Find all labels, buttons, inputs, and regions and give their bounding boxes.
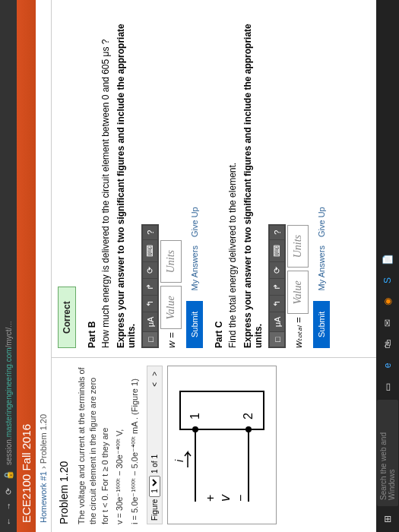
answer-toolbar-c: □ μA ↰ ↱ ⟳ ⌨ ? [268,224,286,348]
tb-help[interactable]: ? [143,226,157,239]
correct-badge: Correct [58,287,76,348]
windows-taskbar: ⊞ Search the web and Windows ▭ e 🛍 ✉ ◉ S… [376,0,399,532]
part-c-label: Part C [214,9,224,348]
svg-text:v: v [217,495,233,502]
breadcrumb-problem: Problem 1.20 [39,414,48,464]
lock-icon: 🔒 [4,471,14,480]
tb-units[interactable]: μA [143,312,157,332]
skype-icon[interactable]: S [379,272,396,289]
part-b-instr: Express your answer to two significant f… [116,9,137,348]
part-c-instr: Express your answer to two significant f… [242,9,264,348]
part-b-var: w = [166,332,177,348]
store-icon[interactable]: 🛍 [379,336,396,353]
tb-reset[interactable]: ⟳ [143,262,157,278]
app-icon[interactable]: 📄 [379,251,396,268]
tb-undo[interactable]: ↰ [143,296,157,312]
task-view-icon[interactable]: ▭ [379,378,396,395]
give-up-link-b[interactable]: Give Up [190,207,199,237]
mail-icon[interactable]: ✉ [379,315,396,331]
start-icon[interactable]: ⊞ [379,511,396,527]
part-b-question: How much energy is delivered to the circ… [100,9,111,348]
svg-point-4 [245,427,252,433]
course-header: ECE2100 Fall 2016 [17,0,36,532]
tb-blank-c[interactable]: □ [270,332,284,347]
tb-redo[interactable]: ↱ [143,279,157,295]
circuit-diagram: 1 2 i + v − [173,381,271,510]
tb-units-c[interactable]: μA [270,312,284,332]
tb-undo-c[interactable]: ↰ [270,296,284,312]
my-answers-link-b[interactable]: My Answers [190,245,199,290]
svg-rect-2 [180,392,264,430]
problem-eq-i: i = 5.0e⁻¹⁶⁰⁰ᵗ − 5.0e⁻⁴⁰⁰ᵗ mA . (Figure … [129,366,141,524]
svg-text:2: 2 [242,413,255,420]
problem-column: Problem 1.20 The voltage and current at … [52,357,382,532]
part-c-question: Find the total energy delivered to the e… [227,9,238,348]
tb-reset-c[interactable]: ⟳ [270,262,284,278]
tb-help-c[interactable]: ? [270,226,284,239]
url-bar[interactable]: session.masteringengineering.com/myct/..… [5,6,13,465]
tb-blank[interactable]: □ [143,332,157,347]
back-icon[interactable]: ← [4,517,13,526]
forward-icon[interactable]: → [4,502,13,511]
edge-icon[interactable]: e [379,357,396,374]
figure-next-icon[interactable]: > [150,369,159,378]
figure-count: 1 of 1 [150,454,159,473]
part-c-var: wₜₒₜₐₗ = [293,317,304,348]
problem-intro: The voltage and current at the terminals… [76,366,111,524]
tb-keyboard-c[interactable]: ⌨ [270,240,284,261]
breadcrumb: Homework #1 › Problem 1.20 [36,0,52,532]
my-answers-link-c[interactable]: My Answers [317,245,326,290]
answer-column: Correct Part B How much energy is delive… [52,0,382,357]
part-c-value-input[interactable]: Value [287,271,309,314]
svg-text:+: + [204,495,217,502]
submit-button-b[interactable]: Submit [186,301,203,348]
part-b-units-input[interactable]: Units [160,240,182,283]
breadcrumb-hw[interactable]: Homework #1 [39,471,48,523]
svg-text:1: 1 [188,413,201,420]
tb-redo-c[interactable]: ↱ [270,279,284,295]
part-b-value-input[interactable]: Value [160,286,182,329]
tb-keyboard[interactable]: ⌨ [143,240,157,261]
svg-text:i: i [173,460,185,463]
submit-button-c[interactable]: Submit [313,301,330,348]
taskbar-search[interactable]: Search the web and Windows [377,400,398,506]
svg-point-3 [192,427,198,433]
svg-text:−: − [234,495,247,502]
answer-toolbar-b: □ μA ↰ ↱ ⟳ ⌨ ? [141,224,159,348]
give-up-link-c[interactable]: Give Up [317,207,326,237]
problem-title: Problem 1.20 [58,366,70,524]
refresh-icon[interactable]: ⟳ [4,486,14,496]
figure-box: 1 2 i + v − [167,366,277,524]
figure-select[interactable]: 1 [149,476,160,497]
part-b-label: Part B [87,9,97,348]
figure-label: Figure [150,499,159,521]
groove-icon[interactable]: ◉ [379,293,396,310]
problem-eq-v: v = 30e⁻¹⁶⁰⁰ᵗ − 30e⁻⁴⁰⁰ᵗ V, [114,366,125,524]
part-c-units-input[interactable]: Units [287,225,309,268]
figure-prev-icon[interactable]: < [150,380,159,389]
